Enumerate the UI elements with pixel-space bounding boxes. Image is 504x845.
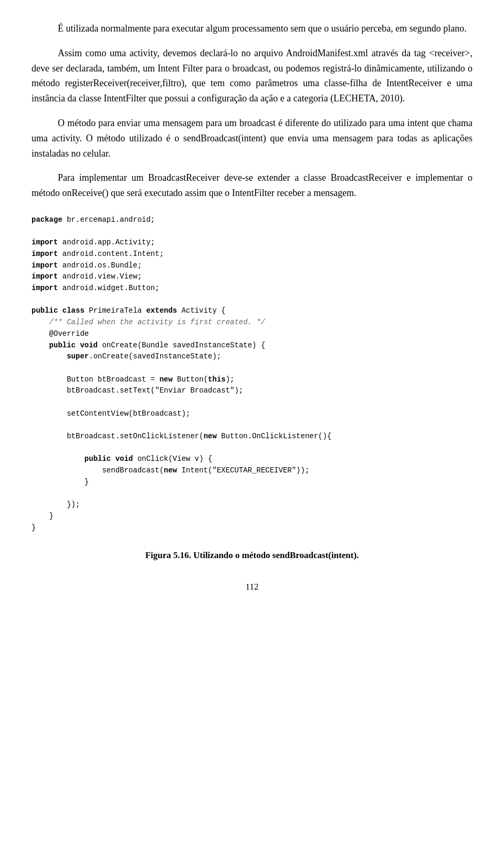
code-line-7: public class PrimeiraTela extends Activi…	[32, 305, 472, 317]
paragraph-2: Assim como uma activity, devemos declará…	[32, 46, 472, 106]
code-line-15: btBroadcast.setOnClickListener(new Butto…	[32, 431, 472, 442]
code-line-21: }	[32, 522, 472, 534]
code-line-10: public void onCreate(Bundle savedInstanc…	[32, 340, 472, 352]
code-line-blank-5	[32, 419, 472, 431]
code-line-3: import android.content.Intent;	[32, 249, 472, 260]
figure-caption: Figura 5.16. Utilizando o método sendBro…	[32, 550, 472, 561]
code-line-4: import android.os.Bundle;	[32, 260, 472, 272]
code-line-5: import android.view.View;	[32, 271, 472, 283]
code-line-14: setContentView(btBroadcast);	[32, 408, 472, 420]
code-line-blank-7	[32, 488, 472, 499]
code-line-16: public void onClick(View v) {	[32, 454, 472, 465]
code-line-12: Button btBroadcast = new Button(this);	[32, 374, 472, 386]
code-line-8: /** Called when the activity is first cr…	[32, 317, 472, 328]
code-line-17: sendBroadcast(new Intent("EXECUTAR_RECEI…	[32, 465, 472, 477]
code-line-6: import android.widget.Button;	[32, 283, 472, 294]
code-line-blank-3	[32, 363, 472, 374]
page-number: 112	[32, 582, 472, 592]
paragraph-3: O método para enviar uma mensagem para u…	[32, 116, 472, 161]
code-line-1: package br.ercemapi.android;	[32, 214, 472, 226]
code-line-blank-2	[32, 294, 472, 306]
code-line-18: }	[32, 477, 472, 488]
code-line-blank-6	[32, 442, 472, 454]
code-block: package br.ercemapi.android; import andr…	[32, 210, 472, 538]
code-line-blank-1	[32, 226, 472, 238]
code-line-2: import android.app.Activity;	[32, 237, 472, 249]
code-line-9: @Override	[32, 328, 472, 340]
paragraph-1: É utilizada normalmente para executar al…	[32, 21, 472, 36]
code-line-13: btBroadcast.setText("Enviar Broadcast");	[32, 385, 472, 397]
page-content: É utilizada normalmente para executar al…	[32, 21, 472, 592]
code-line-20: }	[32, 511, 472, 522]
code-line-11: super.onCreate(savedInstanceState);	[32, 351, 472, 363]
code-line-blank-4	[32, 397, 472, 408]
paragraph-4: Para implementar um BroadcastReceiver de…	[32, 170, 472, 201]
code-line-19: });	[32, 499, 472, 511]
